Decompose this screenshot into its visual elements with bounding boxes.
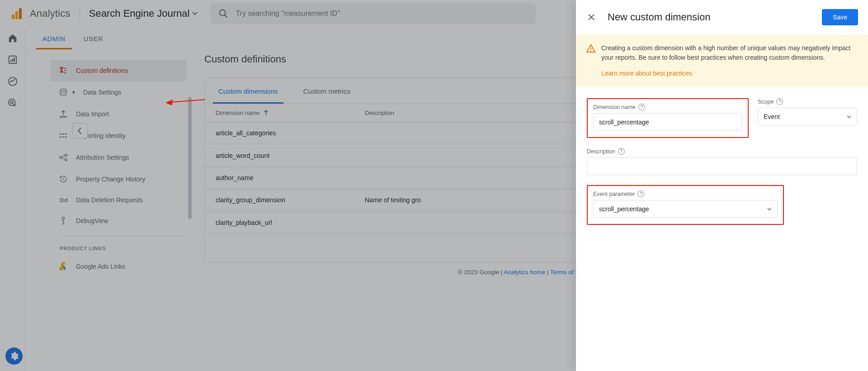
tab-user[interactable]: USER xyxy=(77,27,110,49)
tab-custom-dimensions[interactable]: Custom dimensions xyxy=(213,78,283,104)
sidebar-item-data-deletion[interactable]: Dd Data Deletion Requests xyxy=(51,190,186,210)
sidebar-item-label: Data Import xyxy=(76,110,109,118)
gear-icon xyxy=(9,351,19,361)
property-selector[interactable]: Search Engine Journal xyxy=(89,8,198,19)
search-input[interactable] xyxy=(236,10,528,18)
upload-icon xyxy=(59,109,69,119)
custom-definitions-icon xyxy=(59,66,69,75)
svg-rect-11 xyxy=(62,133,64,135)
rail-explore[interactable] xyxy=(0,71,25,92)
analytics-logo-icon xyxy=(12,8,23,19)
scope-select[interactable]: Event xyxy=(758,108,857,125)
caret-right-icon xyxy=(72,90,76,95)
svg-rect-13 xyxy=(60,137,61,138)
search-icon xyxy=(218,9,228,19)
col-header-name[interactable]: Dimension name xyxy=(216,109,365,116)
tab-admin[interactable]: ADMIN xyxy=(36,27,72,49)
trend-icon xyxy=(8,76,18,86)
svg-rect-10 xyxy=(60,133,61,135)
warning-text: Creating a custom dimension with a high … xyxy=(601,44,851,61)
close-icon xyxy=(588,14,595,21)
svg-point-0 xyxy=(220,10,226,16)
sidebar-item-label: Data Settings xyxy=(83,89,121,96)
tab-custom-metrics[interactable]: Custom metrics xyxy=(298,78,356,104)
svg-rect-15 xyxy=(65,137,66,138)
left-nav-rail xyxy=(0,27,25,371)
dd-icon: Dd xyxy=(59,197,69,204)
admin-gear-button[interactable] xyxy=(5,347,23,365)
svg-rect-12 xyxy=(65,133,66,135)
history-icon xyxy=(59,175,69,184)
description-input[interactable] xyxy=(587,157,857,175)
save-button[interactable]: Save xyxy=(822,9,858,25)
warning-icon xyxy=(586,43,596,53)
dimension-name-label: Dimension name ? xyxy=(593,104,742,110)
description-field: Description ? xyxy=(587,148,857,175)
footer-link-home[interactable]: Analytics home xyxy=(504,269,545,276)
home-icon xyxy=(8,33,18,43)
back-button[interactable] xyxy=(72,123,88,138)
debug-icon xyxy=(59,216,69,225)
svg-point-9 xyxy=(60,89,66,91)
rail-advertising[interactable] xyxy=(0,92,25,114)
divider xyxy=(58,235,186,236)
database-icon xyxy=(59,88,69,97)
help-icon[interactable]: ? xyxy=(637,190,644,197)
description-label: Description ? xyxy=(587,148,857,155)
section-label: PRODUCT LINKS xyxy=(51,239,186,256)
svg-point-16 xyxy=(60,157,62,159)
dimension-name-input[interactable] xyxy=(593,113,742,131)
divider xyxy=(80,6,80,21)
svg-rect-5 xyxy=(14,57,14,62)
attribution-icon xyxy=(59,153,69,162)
drawer-header: New custom dimension Save xyxy=(576,0,868,34)
admin-user-tabs: ADMIN USER xyxy=(25,27,186,50)
sidebar-item-change-history[interactable]: Property Change History xyxy=(51,168,186,190)
sidebar-item-reporting-identity[interactable]: Reporting Identity xyxy=(51,125,186,147)
sidebar-item-label: Property Change History xyxy=(76,176,145,183)
sidebar-item-label: DebugView xyxy=(76,217,108,224)
sidebar-item-label: Data Deletion Requests xyxy=(76,196,143,204)
sidebar-list: Custom definitions Data Settings Data Im… xyxy=(25,50,186,277)
sidebar-item-data-import[interactable]: Data Import xyxy=(51,103,186,125)
rail-home[interactable] xyxy=(0,27,25,49)
chevron-down-icon xyxy=(847,115,851,118)
drawer-form: Dimension name ? Scope ? Event Descripti… xyxy=(576,87,868,236)
identity-icon xyxy=(59,131,69,140)
help-icon[interactable]: ? xyxy=(638,104,645,110)
svg-point-19 xyxy=(62,217,65,219)
svg-point-18 xyxy=(65,159,67,161)
svg-rect-3 xyxy=(10,60,11,62)
dimension-name-highlight: Dimension name ? xyxy=(587,98,749,138)
learn-more-link[interactable]: Learn more about best practices xyxy=(601,69,692,78)
target-click-icon xyxy=(8,98,18,108)
sidebar-item-attribution-settings[interactable]: Attribution Settings xyxy=(51,147,186,168)
svg-rect-4 xyxy=(12,58,13,62)
sidebar-item-data-settings[interactable]: Data Settings xyxy=(51,81,186,103)
event-parameter-select[interactable]: scroll_percentage xyxy=(593,200,778,218)
sidebar-item-label: Attribution Settings xyxy=(76,154,129,161)
event-parameter-highlight: Event parameter ? scroll_percentage xyxy=(587,185,784,225)
close-button[interactable] xyxy=(586,12,597,23)
sidebar-item-custom-definitions[interactable]: Custom definitions xyxy=(51,60,186,81)
brand-label: Analytics xyxy=(30,8,71,19)
warning-banner: Creating a custom dimension with a high … xyxy=(576,34,868,87)
event-parameter-label: Event parameter ? xyxy=(593,190,778,197)
admin-sidebar: ADMIN USER Custom definitions Data Setti… xyxy=(25,27,186,371)
search-bar[interactable] xyxy=(210,3,536,24)
sort-asc-icon xyxy=(264,110,269,116)
svg-rect-14 xyxy=(62,137,64,138)
sidebar-item-debugview[interactable]: DebugView xyxy=(51,210,186,232)
property-name: Search Engine Journal xyxy=(89,8,190,19)
drawer-title: New custom dimension xyxy=(608,11,811,23)
chevron-down-icon xyxy=(767,208,772,210)
svg-point-23 xyxy=(590,50,591,51)
rail-reports[interactable] xyxy=(0,49,25,71)
arrow-left-icon xyxy=(75,126,85,135)
scope-field: Scope ? Event xyxy=(758,98,857,138)
sidebar-item-google-ads[interactable]: Google Ads Links xyxy=(51,256,186,277)
chevron-down-icon xyxy=(192,12,198,15)
help-icon[interactable]: ? xyxy=(776,98,783,105)
help-icon[interactable]: ? xyxy=(618,148,625,155)
sidebar-item-label: Custom definitions xyxy=(76,67,128,74)
